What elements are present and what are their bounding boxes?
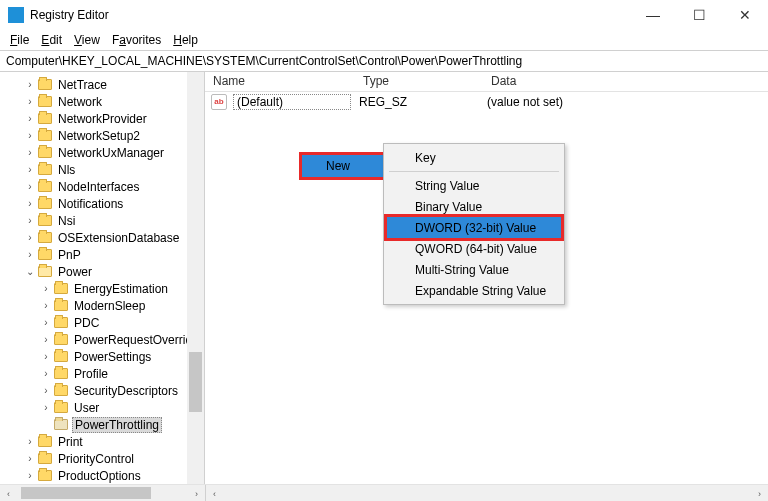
- menu-help[interactable]: Help: [169, 32, 202, 48]
- value-data: (value not set): [479, 95, 563, 109]
- minimize-button[interactable]: —: [630, 0, 676, 30]
- folder-icon: [54, 300, 68, 311]
- tree-item-power[interactable]: ⌄Power: [0, 263, 204, 280]
- tree-item[interactable]: ›EnergyEstimation: [0, 280, 204, 297]
- menu-item-multistring[interactable]: Multi-String Value: [387, 259, 561, 280]
- tree-item[interactable]: ›PowerRequestOverrid: [0, 331, 204, 348]
- collapse-icon[interactable]: ⌄: [24, 266, 36, 277]
- titlebar: Registry Editor — ☐ ✕: [0, 0, 768, 30]
- folder-icon: [38, 130, 52, 141]
- tree-item-powerthrottling[interactable]: PowerThrottling: [0, 416, 204, 433]
- content-area: ›NetTrace ›Network ›NetworkProvider ›Net…: [0, 72, 768, 484]
- columns-header: Name Type Data: [205, 72, 768, 92]
- folder-icon: [38, 436, 52, 447]
- scroll-left-icon[interactable]: ‹: [0, 485, 17, 501]
- folder-icon: [38, 113, 52, 124]
- scroll-right-icon[interactable]: ›: [188, 485, 205, 501]
- tree-item[interactable]: ›Network: [0, 93, 204, 110]
- folder-icon: [54, 385, 68, 396]
- menu-file[interactable]: File: [6, 32, 33, 48]
- tree-scrollbar[interactable]: [187, 72, 204, 484]
- menu-view[interactable]: View: [70, 32, 104, 48]
- menu-item-key[interactable]: Key: [387, 147, 561, 168]
- folder-icon: [54, 419, 68, 430]
- folder-icon: [38, 232, 52, 243]
- string-value-icon: ab: [211, 94, 227, 110]
- tree-item[interactable]: ›Profile: [0, 365, 204, 382]
- column-type[interactable]: Type: [355, 72, 483, 91]
- context-submenu: Key String Value Binary Value DWORD (32-…: [383, 143, 565, 305]
- app-icon: [8, 7, 24, 23]
- folder-icon: [38, 96, 52, 107]
- folder-icon: [38, 181, 52, 192]
- folder-icon: [54, 334, 68, 345]
- tree-item[interactable]: ›PDC: [0, 314, 204, 331]
- scroll-left-icon[interactable]: ‹: [206, 485, 223, 501]
- menu-separator: [389, 171, 559, 172]
- folder-icon: [54, 368, 68, 379]
- context-new-label: New: [326, 159, 350, 173]
- menu-item-string[interactable]: String Value: [387, 175, 561, 196]
- tree-list: ›NetTrace ›Network ›NetworkProvider ›Net…: [0, 76, 204, 484]
- tree-item[interactable]: ›Notifications: [0, 195, 204, 212]
- folder-icon: [38, 79, 52, 90]
- tree-item[interactable]: ›OSExtensionDatabase: [0, 229, 204, 246]
- folder-icon: [38, 453, 52, 464]
- menu-edit[interactable]: Edit: [37, 32, 66, 48]
- close-button[interactable]: ✕: [722, 0, 768, 30]
- folder-icon: [54, 283, 68, 294]
- address-bar[interactable]: Computer\HKEY_LOCAL_MACHINE\SYSTEM\Curre…: [0, 50, 768, 72]
- value-name: (Default): [233, 94, 351, 110]
- folder-icon: [38, 215, 52, 226]
- list-hscroll[interactable]: ‹ ›: [205, 485, 768, 501]
- folder-icon: [38, 249, 52, 260]
- scroll-right-icon[interactable]: ›: [751, 485, 768, 501]
- column-data[interactable]: Data: [483, 72, 768, 91]
- value-row[interactable]: ab (Default) REG_SZ (value not set): [205, 92, 768, 111]
- tree-item[interactable]: ›PriorityControl: [0, 450, 204, 467]
- folder-open-icon: [38, 266, 52, 277]
- window-controls: — ☐ ✕: [630, 0, 768, 30]
- tree-item[interactable]: ›ProductOptions: [0, 467, 204, 484]
- tree-item[interactable]: ›ModernSleep: [0, 297, 204, 314]
- menu-item-expandstring[interactable]: Expandable String Value: [387, 280, 561, 301]
- tree-item[interactable]: ›Print: [0, 433, 204, 450]
- tree-item[interactable]: ›SecurityDescriptors: [0, 382, 204, 399]
- folder-icon: [38, 147, 52, 158]
- value-type: REG_SZ: [351, 95, 479, 109]
- tree-item[interactable]: ›PowerSettings: [0, 348, 204, 365]
- folder-icon: [54, 351, 68, 362]
- menubar: File Edit View Favorites Help: [0, 30, 768, 50]
- folder-icon: [38, 470, 52, 481]
- menu-favorites[interactable]: Favorites: [108, 32, 165, 48]
- tree-item[interactable]: ›NetworkSetup2: [0, 127, 204, 144]
- tree-item[interactable]: ›NetworkUxManager: [0, 144, 204, 161]
- menu-item-dword32[interactable]: DWORD (32-bit) Value: [384, 214, 564, 241]
- tree-item[interactable]: ›PnP: [0, 246, 204, 263]
- scrollbar-thumb[interactable]: [189, 352, 202, 412]
- tree-item[interactable]: ›Nsi: [0, 212, 204, 229]
- horizontal-scrollbars: ‹ › ‹ ›: [0, 484, 768, 501]
- scrollbar-thumb[interactable]: [21, 487, 151, 499]
- tree-item[interactable]: ›Nls: [0, 161, 204, 178]
- folder-icon: [54, 317, 68, 328]
- folder-icon: [54, 402, 68, 413]
- tree-item[interactable]: ›User: [0, 399, 204, 416]
- tree-item[interactable]: ›NetworkProvider: [0, 110, 204, 127]
- tree-item[interactable]: ›NetTrace: [0, 76, 204, 93]
- folder-icon: [38, 164, 52, 175]
- column-name[interactable]: Name: [205, 72, 355, 91]
- tree-hscroll[interactable]: ‹ ›: [0, 485, 205, 501]
- folder-icon: [38, 198, 52, 209]
- window-title: Registry Editor: [30, 8, 109, 22]
- tree-item[interactable]: ›NodeInterfaces: [0, 178, 204, 195]
- maximize-button[interactable]: ☐: [676, 0, 722, 30]
- address-text: Computer\HKEY_LOCAL_MACHINE\SYSTEM\Curre…: [6, 54, 522, 68]
- values-pane[interactable]: Name Type Data ab (Default) REG_SZ (valu…: [205, 72, 768, 484]
- menu-item-qword64[interactable]: QWORD (64-bit) Value: [387, 238, 561, 259]
- tree-pane[interactable]: ›NetTrace ›Network ›NetworkProvider ›Net…: [0, 72, 205, 484]
